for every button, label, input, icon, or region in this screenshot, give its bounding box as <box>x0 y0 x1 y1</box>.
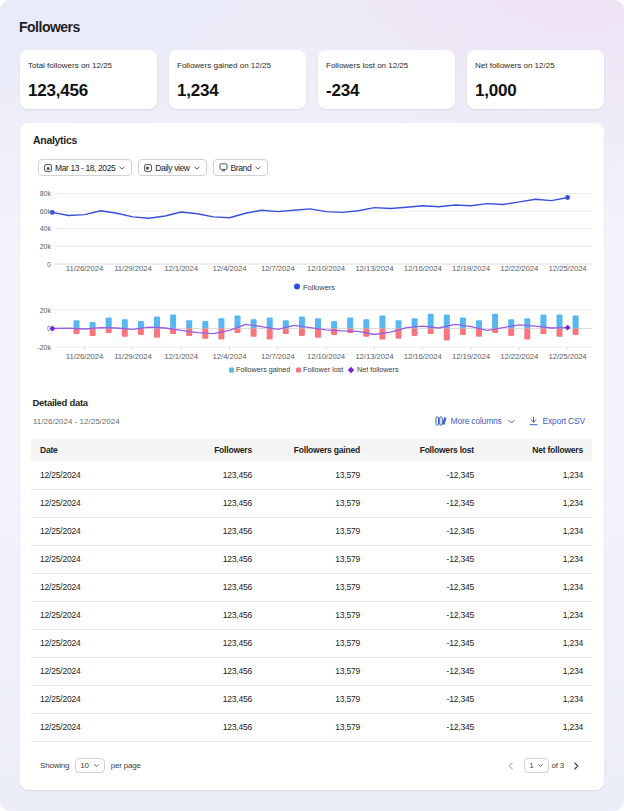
svg-text:60k: 60k <box>40 208 52 215</box>
svg-text:Followers gained: Followers gained <box>236 365 290 374</box>
svg-text:11/26/2024: 11/26/2024 <box>66 264 104 273</box>
svg-text:12/1/2024: 12/1/2024 <box>164 264 199 273</box>
svg-text:40k: 40k <box>40 225 52 232</box>
svg-text:12/7/2024: 12/7/2024 <box>261 352 296 361</box>
svg-text:12/10/2024: 12/10/2024 <box>307 264 346 273</box>
svg-text:12/4/2024: 12/4/2024 <box>213 264 248 273</box>
svg-text:20k: 20k <box>40 243 52 250</box>
svg-text:11/29/2024: 11/29/2024 <box>114 352 152 361</box>
svg-text:12/19/2024: 12/19/2024 <box>452 264 491 273</box>
svg-text:0: 0 <box>47 261 51 268</box>
svg-text:12/13/2024: 12/13/2024 <box>355 264 394 273</box>
svg-text:12/7/2024: 12/7/2024 <box>261 264 296 273</box>
svg-text:12/13/2024: 12/13/2024 <box>355 352 394 361</box>
svg-text:12/25/2024: 12/25/2024 <box>549 352 588 361</box>
svg-text:Followers: Followers <box>303 283 335 292</box>
svg-text:80k: 80k <box>40 190 52 197</box>
svg-text:12/16/2024: 12/16/2024 <box>404 264 443 273</box>
svg-text:12/16/2024: 12/16/2024 <box>404 352 443 361</box>
svg-text:12/22/2024: 12/22/2024 <box>500 264 539 273</box>
svg-text:12/25/2024: 12/25/2024 <box>549 264 588 273</box>
svg-text:11/29/2024: 11/29/2024 <box>114 264 152 273</box>
svg-text:12/4/2024: 12/4/2024 <box>213 352 248 361</box>
svg-text:Follower lost: Follower lost <box>303 365 343 374</box>
svg-text:12/1/2024: 12/1/2024 <box>164 352 199 361</box>
svg-text:Net followers: Net followers <box>357 365 399 374</box>
svg-text:20k: 20k <box>40 307 52 314</box>
svg-text:11/26/2024: 11/26/2024 <box>66 352 104 361</box>
svg-text:-20k: -20k <box>37 344 51 351</box>
svg-text:12/19/2024: 12/19/2024 <box>452 352 491 361</box>
svg-text:12/22/2024: 12/22/2024 <box>500 352 539 361</box>
svg-text:12/10/2024: 12/10/2024 <box>307 352 346 361</box>
